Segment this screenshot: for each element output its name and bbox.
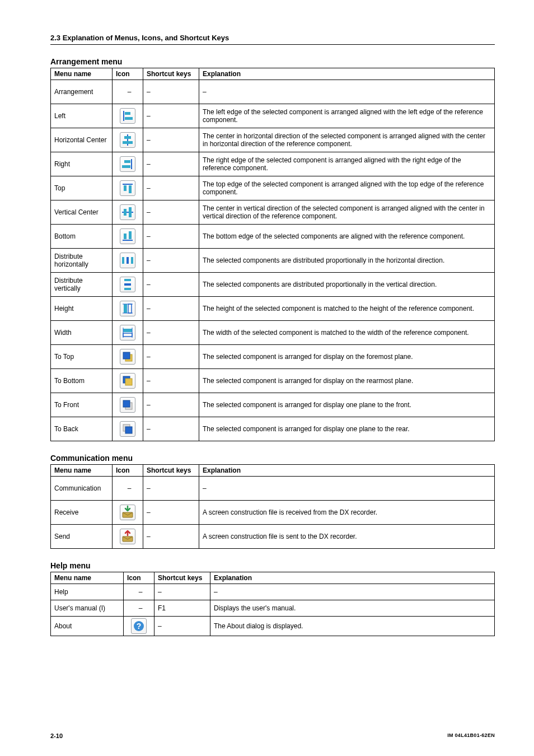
shortcut-cell: – bbox=[143, 200, 199, 225]
shortcut-cell: – bbox=[143, 249, 199, 273]
svg-rect-13 bbox=[124, 209, 127, 216]
align-bottom-icon bbox=[120, 228, 135, 244]
dist-h-icon bbox=[120, 253, 135, 268]
menu-name-cell: Arrangement bbox=[51, 80, 113, 104]
icon-cell bbox=[113, 249, 143, 273]
arrangement-table: Menu name Icon Shortcut keys Explanation… bbox=[50, 68, 495, 441]
icon-cell bbox=[113, 225, 143, 249]
about-icon: ? bbox=[131, 618, 147, 634]
svg-rect-29 bbox=[123, 333, 132, 337]
explanation-cell: The center in vertical direction of the … bbox=[199, 200, 495, 225]
th-icon: Icon bbox=[113, 465, 143, 477]
page-footer: 2-10 IM 04L41B01-62EN bbox=[50, 732, 495, 739]
table-row: Send–A screen construction file is sent … bbox=[51, 525, 495, 549]
svg-text:?: ? bbox=[137, 622, 142, 631]
menu-name-cell: Vertical Center bbox=[51, 200, 113, 225]
svg-rect-7 bbox=[124, 160, 130, 163]
icon-cell: ? bbox=[124, 617, 154, 636]
icon-cell bbox=[113, 297, 143, 321]
icon-cell bbox=[113, 345, 143, 369]
th-shortcut: Shortcut keys bbox=[154, 572, 210, 584]
menu-name-cell: Communication bbox=[51, 477, 113, 501]
shortcut-cell: – bbox=[143, 369, 199, 393]
menu-name-cell: To Front bbox=[51, 393, 113, 417]
arrangement-title: Arrangement menu bbox=[50, 57, 495, 66]
svg-rect-37 bbox=[123, 400, 130, 407]
menu-name-cell: About bbox=[51, 617, 124, 636]
menu-name-cell: Distribute vertically bbox=[51, 273, 113, 297]
table-row: Arrangement––– bbox=[51, 80, 495, 104]
menu-name-cell: Horizontal Center bbox=[51, 128, 113, 152]
icon-cell bbox=[113, 152, 143, 176]
table-row: About?–The About dialog is displayed. bbox=[51, 617, 495, 636]
svg-rect-33 bbox=[123, 352, 130, 359]
table-row: To Top–The selected component is arrange… bbox=[51, 345, 495, 369]
icon-cell bbox=[113, 417, 143, 441]
svg-rect-6 bbox=[131, 159, 132, 169]
align-left-icon bbox=[120, 108, 135, 124]
menu-name-cell: To Bottom bbox=[51, 369, 113, 393]
page-number: 2-10 bbox=[50, 732, 63, 739]
explanation-cell: A screen construction file is sent to th… bbox=[199, 525, 495, 549]
svg-rect-11 bbox=[129, 185, 132, 193]
align-top-icon bbox=[120, 180, 135, 196]
explanation-cell: The bottom edge of the selected componen… bbox=[199, 225, 495, 249]
icon-cell bbox=[113, 525, 143, 549]
svg-rect-22 bbox=[124, 283, 131, 286]
help-title: Help menu bbox=[50, 561, 495, 570]
svg-rect-14 bbox=[129, 207, 132, 217]
shortcut-cell: – bbox=[154, 617, 210, 636]
menu-name-cell: Bottom bbox=[51, 225, 113, 249]
shortcut-cell: – bbox=[143, 321, 199, 345]
explanation-cell: A screen construction file is received f… bbox=[199, 501, 495, 525]
svg-rect-0 bbox=[123, 111, 124, 121]
table-row: To Front–The selected component is arran… bbox=[51, 393, 495, 417]
icon-cell: – bbox=[124, 600, 154, 617]
match-height-icon bbox=[120, 301, 135, 316]
icon-cell bbox=[113, 393, 143, 417]
table-row: Bottom–The bottom edge of the selected c… bbox=[51, 225, 495, 249]
explanation-cell: – bbox=[199, 477, 495, 501]
shortcut-cell: – bbox=[143, 417, 199, 441]
explanation-cell: Displays the user's manual. bbox=[210, 600, 495, 617]
menu-name-cell: To Back bbox=[51, 417, 113, 441]
th-icon: Icon bbox=[113, 68, 143, 80]
menu-name-cell: User's manual (I) bbox=[51, 600, 124, 617]
icon-cell bbox=[113, 369, 143, 393]
help-table: Menu name Icon Shortcut keys Explanation… bbox=[50, 572, 495, 636]
svg-rect-21 bbox=[124, 279, 131, 281]
svg-rect-15 bbox=[123, 240, 133, 241]
shortcut-cell: – bbox=[154, 584, 210, 600]
align-hcenter-icon bbox=[120, 132, 135, 148]
explanation-cell: The width of the selected component is m… bbox=[199, 321, 495, 345]
communication-table: Menu name Icon Shortcut keys Explanation… bbox=[50, 464, 495, 549]
icon-cell bbox=[113, 176, 143, 200]
table-row: User's manual (I)–F1Displays the user's … bbox=[51, 600, 495, 617]
section-header: 2.3 Explanation of Menus, Icons, and Sho… bbox=[50, 34, 495, 45]
th-explanation: Explanation bbox=[210, 572, 495, 584]
dist-v-icon bbox=[120, 277, 135, 292]
shortcut-cell: – bbox=[143, 104, 199, 128]
shortcut-cell: – bbox=[143, 501, 199, 525]
table-row: Width–The width of the selected componen… bbox=[51, 321, 495, 345]
svg-rect-39 bbox=[125, 427, 132, 433]
shortcut-cell: F1 bbox=[154, 600, 210, 617]
table-row: To Bottom–The selected component is arra… bbox=[51, 369, 495, 393]
table-row: Distribute vertically–The selected compo… bbox=[51, 273, 495, 297]
svg-rect-2 bbox=[125, 117, 133, 120]
th-name: Menu name bbox=[51, 68, 113, 80]
table-row: Help––– bbox=[51, 584, 495, 600]
explanation-cell: The height of the selected component is … bbox=[199, 297, 495, 321]
table-row: Right–The right edge of the selected com… bbox=[51, 152, 495, 176]
icon-cell: – bbox=[113, 80, 143, 104]
shortcut-cell: – bbox=[143, 525, 199, 549]
align-vcenter-icon bbox=[120, 204, 135, 220]
icon-cell bbox=[113, 128, 143, 152]
icon-cell: – bbox=[124, 584, 154, 600]
communication-title: Communication menu bbox=[50, 454, 495, 463]
svg-rect-20 bbox=[131, 257, 133, 264]
table-row: Left–The left edge of the selected compo… bbox=[51, 104, 495, 128]
menu-name-cell: To Top bbox=[51, 345, 113, 369]
menu-name-cell: Send bbox=[51, 525, 113, 549]
svg-rect-23 bbox=[124, 288, 131, 290]
